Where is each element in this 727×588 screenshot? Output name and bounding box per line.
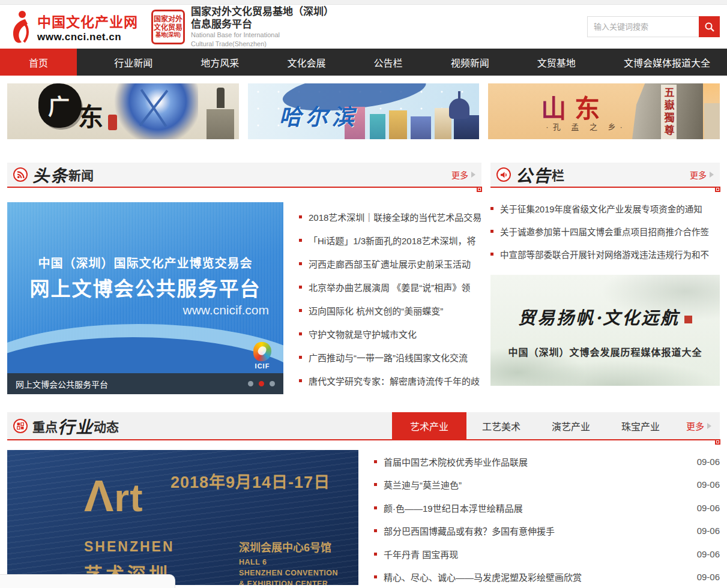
headlines-more-link[interactable]: 更多 [451,169,475,181]
event-venue-cn: 深圳会展中心6号馆 [239,539,331,554]
nav-item-culture-expo[interactable]: 文化会展 [276,49,336,76]
rock [704,103,720,139]
seal-line: 国家对外 [154,15,183,23]
grid-icon [13,419,28,433]
list-item[interactable]: 精心、尽心、诚心——马发虎泥塑及彩绘壁画欣赏09-06 [374,566,720,588]
list-item[interactable]: 首届中国艺术院校优秀毕业作品联展09-06 [374,450,720,473]
bullet-icon [374,575,377,578]
tab-arts-crafts[interactable]: 工艺美术 [466,412,536,439]
tab-art-industry[interactable]: 艺术产业 [392,412,466,439]
seal-line: 文化贸易 [154,23,183,32]
carousel-dots [248,381,275,386]
list-item[interactable]: 河西走廊西部玉矿遗址展示史前采玉活动 [299,252,481,275]
search-button[interactable] [699,16,720,37]
nav-item-trade-base[interactable]: 文贸基地 [526,49,587,76]
list-item[interactable]: 北京举办曲艺展演周 《姜昆“说”相声》领 [299,275,481,299]
announcement-list: 关于征集2019年度省级文化产业发展专项资金的通知 关于诚邀参加第十四届文博会重… [490,197,720,265]
list-item[interactable]: 广西推动与“一带一路”沿线国家文化交流 [299,346,481,369]
banner-char: 广 [48,89,70,121]
list-item[interactable]: 守护文物就是守护城市文化 [299,322,481,346]
chevron-right-icon [710,172,714,178]
red-seal-icon [684,316,692,323]
bullet-icon [299,239,302,242]
announcements-section: 公告 栏 更多 关于征集2019年度省级文化产业发展专项资金的通知 关于诚邀参加… [490,163,720,394]
headline-carousel[interactable]: 中国（深圳）国际文化产业博览交易会 网上文博会公共服务平台 www.cnicif… [7,202,283,394]
bullet-icon [299,309,302,312]
search-icon [704,22,715,32]
list-item[interactable]: 莫兰迪与“莫兰迪色”09-06 [374,473,720,497]
nav-item-local-style[interactable]: 地方风采 [190,49,250,76]
bullet-icon [490,253,493,256]
art-shenzhen-poster[interactable]: Λrt SHENZHEN 艺术深圳 2018年9月14日-17日 深圳会展中心6… [7,450,358,585]
list-item[interactable]: 关于诚邀参加第十四届文博会重点项目招商推介合作签 [490,220,720,242]
carousel-line2: 网上文博会公共服务平台 [7,273,283,302]
icif-ribbon-icon [253,342,271,361]
region-banners: 广 东 哈尔滨 五嶽獨尊 山东 ·孔 孟 之 乡· [7,83,720,139]
site-name: 中国文化产业网 [37,11,138,31]
corner-ornament [715,187,720,192]
site-logo[interactable]: 中国文化产业网 www.cnci.net.cn [7,10,138,44]
site-header: 中国文化产业网 www.cnci.net.cn 国家对外 文化贸易 基地(深圳)… [0,5,727,49]
carousel-slide-image[interactable]: 中国（深圳）国际文化产业博览交易会 网上文博会公共服务平台 www.cnicif… [7,202,283,373]
list-item[interactable]: 部分巴西国博藏品或有救？多国有意伸援手09-06 [374,520,720,543]
bullet-icon [299,332,302,335]
nav-item-industry-news[interactable]: 行业新闻 [103,49,163,76]
opera-figure-image [114,83,198,139]
carousel-dot-2[interactable] [259,381,264,386]
carousel-dot-1[interactable] [248,381,253,386]
nav-item-video-news[interactable]: 视频新闻 [440,49,500,76]
section-title: 重点 [32,417,58,435]
main-nav: 首页 行业新闻 地方风采 文化会展 公告栏 视频新闻 文贸基地 文博会媒体报道大… [0,49,727,76]
banner-shandong[interactable]: 五嶽獨尊 山东 ·孔 孟 之 乡· [488,83,720,139]
list-item[interactable]: 颜·色——19世纪日本浮世绘精品展09-06 [374,496,720,520]
search-bar [587,16,720,37]
top-strip [0,0,727,5]
list-item[interactable]: 唐代文学研究专家：解密唐诗流传千年的歧 [299,369,481,392]
list-item[interactable]: 「Hi话题」1/3新面孔的2018艺术深圳，将 [299,229,481,252]
announcements-header: 公告 栏 更多 [490,163,720,188]
industry-more-link[interactable]: 更多 [675,412,720,439]
media-report-banner[interactable]: 贸易扬帆·文化远航 中国（深圳）文博会发展历程媒体报道大全 [490,275,720,386]
seal-line: 基地(深圳) [155,32,181,38]
announcements-more-link[interactable]: 更多 [690,169,714,181]
section-title-calligraphy: 公告 [516,163,552,187]
banner-subtitle: 中国（深圳）文博会发展历程媒体报道大全 [490,344,720,359]
base-title-block: 国家对外文化贸易基地（深圳） 信息服务平台 National Base for … [191,5,334,48]
item-date: 09-06 [690,526,720,536]
bullet-icon [490,230,493,233]
icif-logo: ICIF [253,342,271,370]
list-item[interactable]: 中宣部等部委联合开展针对网络游戏违法违规行为和不 [490,242,720,265]
nav-item-home[interactable]: 首页 [0,49,77,76]
list-item[interactable]: 2018艺术深圳｜联接全球的当代艺术品交易 [299,205,481,229]
list-item[interactable]: 千年丹青 国宝再现09-06 [374,542,720,566]
search-input[interactable] [587,16,699,37]
nav-item-bulletin[interactable]: 公告栏 [363,49,414,76]
list-item[interactable]: 迈向国际化 杭州文创的“美丽蝶变” [299,299,481,322]
tab-performing-arts[interactable]: 演艺产业 [536,412,606,439]
section-title: 栏 [552,166,564,184]
banner-title: 哈尔滨 [279,99,358,131]
base-seal-stamp: 国家对外 文化贸易 基地(深圳) [151,10,185,44]
carousel-dot-3[interactable] [270,381,275,386]
speaker-icon [496,167,511,182]
stone-inscription: 五嶽獨尊 [661,85,677,139]
banner-guangdong[interactable]: 广 东 [7,83,239,139]
bullet-icon [374,506,377,509]
headlines-header: 头条 新闻 更多 [7,163,481,188]
carousel-caption: 网上文博会公共服务平台 [16,378,108,390]
list-item[interactable]: 关于征集2019年度省级文化产业发展专项资金的通知 [490,197,720,220]
banner-harbin[interactable]: 哈尔滨 [248,83,480,139]
tab-jewelry[interactable]: 珠宝产业 [606,412,675,439]
bullet-icon [374,529,377,532]
bullet-icon [374,483,377,486]
section-title-calligraphy: 行业 [58,414,94,438]
industry-tabs: 艺术产业 工艺美术 演艺产业 珠宝产业 更多 [392,412,720,439]
base-subtitle-line1: National Base for International [191,31,334,39]
corner-popup [0,574,175,588]
logo-figure-icon [7,10,34,44]
carousel-line1: 中国（深圳）国际文化产业博览交易会 [7,254,283,271]
banner-char: 东 [78,97,103,133]
nav-item-icif-media[interactable]: 文博会媒体报道大全 [613,49,721,76]
event-venue-en: HALL 6 SHENZHEN CONVENTION & EXHIBITION … [239,557,338,585]
banner-subtitle: ·孔 孟 之 乡· [546,121,627,132]
